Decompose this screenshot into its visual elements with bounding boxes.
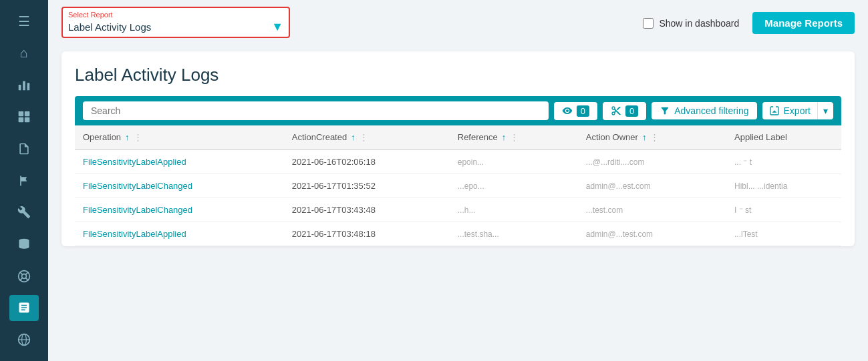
svg-line-13 (20, 278, 23, 280)
svg-rect-0 (19, 85, 21, 90)
cell-applied-label-0: ... ⁻ t (726, 149, 841, 174)
export-main[interactable]: Export (762, 102, 818, 119)
cell-action-owner-2: ...test.com (578, 198, 726, 222)
scissors-filter-button[interactable]: 0 (603, 102, 646, 120)
cell-reference-0: epoin... (450, 149, 578, 174)
cell-operation-1[interactable]: FileSensitivityLabelChanged (75, 174, 284, 198)
sort-operation-icon[interactable]: ↑ (125, 132, 130, 142)
table-row: FileSensitivityLabelChanged 2021-06-17T0… (75, 174, 841, 198)
cell-operation-0[interactable]: FileSensitivityLabelApplied (75, 149, 284, 174)
cell-reference-1: ...epo... (450, 174, 578, 198)
search-input[interactable] (83, 101, 549, 120)
cell-action-owner-1: admin@...est.com (578, 174, 726, 198)
eye-filter-button[interactable]: 0 (554, 102, 597, 120)
cell-action-owner-0: ...@...rditi....com (578, 149, 726, 174)
cell-action-created-3: 2021-06-17T03:48:18 (284, 222, 450, 246)
eye-count: 0 (577, 105, 589, 117)
sort-action-created-icon[interactable]: ↑ (351, 132, 355, 142)
menu-action-created-icon[interactable]: ⋮ (359, 132, 368, 142)
export-icon (769, 105, 780, 116)
export-dropdown-arrow-icon[interactable]: ▾ (818, 102, 833, 119)
filter-icon (660, 105, 670, 116)
svg-rect-2 (27, 83, 30, 91)
report-toolbar: 0 0 Advanced filtering Export (75, 96, 841, 125)
cell-action-created-2: 2021-06-17T03:43:48 (284, 198, 450, 222)
chart-icon[interactable] (9, 71, 39, 98)
activity-logs-table: Operation ↑ ⋮ ActionCreated ↑ ⋮ (75, 125, 841, 246)
col-action-created: ActionCreated ↑ ⋮ (284, 125, 450, 149)
content-area: Label Activity Logs 0 0 Advanced filte (48, 45, 868, 361)
col-operation: Operation ↑ ⋮ (75, 125, 284, 149)
menu-action-owner-icon[interactable]: ⋮ (650, 132, 659, 142)
topbar: Select Report Label Activity Logs ▼ Show… (48, 0, 868, 45)
col-action-owner: Action Owner ↑ ⋮ (578, 125, 726, 149)
cell-applied-label-1: Hibl... ...identia (726, 174, 841, 198)
show-dashboard-checkbox[interactable] (643, 18, 654, 29)
report-panel: Label Activity Logs 0 0 Advanced filte (61, 51, 855, 246)
sidebar: ☰ ⌂ (0, 0, 48, 361)
document-icon[interactable] (9, 135, 39, 162)
svg-rect-6 (25, 117, 30, 123)
table-wrapper: Operation ↑ ⋮ ActionCreated ↑ ⋮ (75, 125, 841, 246)
scissors-icon (611, 105, 621, 116)
grid-icon[interactable] (9, 103, 39, 130)
topbar-right: Show in dashboard Manage Reports (643, 12, 855, 34)
advanced-filtering-button[interactable]: Advanced filtering (652, 102, 756, 119)
flag-icon[interactable] (9, 167, 39, 194)
sort-action-owner-icon[interactable]: ↑ (642, 132, 647, 142)
select-report-value: Label Activity Logs (68, 21, 151, 33)
cell-action-owner-3: admin@...test.com (578, 222, 726, 246)
manage-reports-button[interactable]: Manage Reports (752, 12, 855, 34)
cell-reference-2: ...h... (450, 198, 578, 222)
svg-rect-1 (23, 81, 25, 91)
storage-icon[interactable] (9, 231, 39, 258)
svg-line-10 (20, 272, 23, 274)
export-label: Export (784, 105, 811, 116)
eye-icon (562, 105, 573, 116)
table-row: FileSensitivityLabelApplied 2021-06-17T0… (75, 222, 841, 246)
svg-line-11 (25, 278, 28, 280)
svg-point-9 (22, 274, 27, 278)
cell-action-created-1: 2021-06-17T01:35:52 (284, 174, 450, 198)
table-row: FileSensitivityLabelApplied 2021-06-16T0… (75, 149, 841, 174)
cell-applied-label-2: I ⁻ st (726, 198, 841, 222)
home-icon[interactable]: ⌂ (9, 40, 39, 67)
select-report-label: Select Report (68, 11, 283, 19)
cell-reference-3: ...test.sha... (450, 222, 578, 246)
svg-rect-3 (19, 111, 24, 117)
table-row: FileSensitivityLabelChanged 2021-06-17T0… (75, 198, 841, 222)
sort-reference-icon[interactable]: ↑ (502, 132, 507, 142)
col-applied-label: Applied Label (726, 125, 841, 149)
select-report-wrapper[interactable]: Select Report Label Activity Logs ▼ (61, 7, 290, 38)
svg-line-12 (25, 272, 28, 274)
cell-operation-3[interactable]: FileSensitivityLabelApplied (75, 222, 284, 246)
show-dashboard-checkbox-label[interactable]: Show in dashboard (643, 18, 739, 29)
menu-reference-icon[interactable]: ⋮ (510, 132, 519, 142)
scissors-count: 0 (625, 105, 638, 117)
advanced-filtering-label: Advanced filtering (674, 105, 748, 116)
svg-rect-4 (25, 111, 30, 117)
cell-operation-2[interactable]: FileSensitivityLabelChanged (75, 198, 284, 222)
show-dashboard-label: Show in dashboard (659, 18, 739, 29)
tools-icon[interactable] (9, 199, 39, 226)
report-title: Label Activity Logs (75, 65, 841, 85)
support-icon[interactable] (9, 263, 39, 290)
cell-action-created-0: 2021-06-16T02:06:18 (284, 149, 450, 174)
menu-icon[interactable]: ☰ (9, 8, 39, 35)
menu-operation-icon[interactable]: ⋮ (134, 132, 142, 142)
globe-icon[interactable] (9, 326, 39, 353)
main-content: Select Report Label Activity Logs ▼ Show… (48, 0, 868, 361)
select-report-dropdown[interactable]: Label Activity Logs ▼ (68, 20, 283, 34)
table-header-row: Operation ↑ ⋮ ActionCreated ↑ ⋮ (75, 125, 841, 149)
reports-icon[interactable] (9, 295, 39, 322)
col-reference: Reference ↑ ⋮ (450, 125, 578, 149)
table-body: FileSensitivityLabelApplied 2021-06-16T0… (75, 149, 841, 246)
cell-applied-label-3: ...lTest (726, 222, 841, 246)
dropdown-arrow-icon: ▼ (271, 20, 283, 34)
export-button[interactable]: Export ▾ (762, 102, 833, 119)
svg-rect-5 (19, 117, 24, 123)
